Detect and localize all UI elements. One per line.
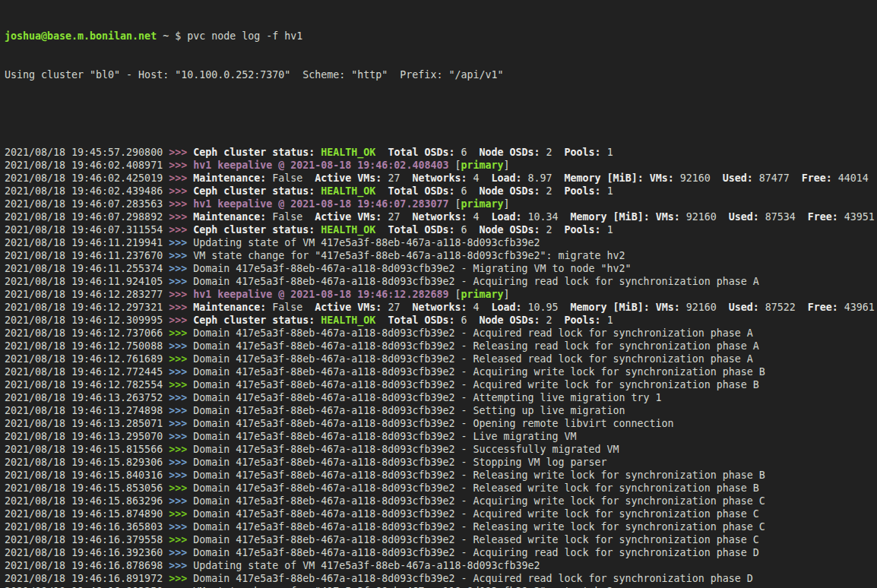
log-text-segment: Maintenance:	[193, 302, 272, 313]
log-text-segment: 2	[546, 185, 552, 197]
log-text-segment: Domain 417e5a3f-88eb-467a-a118-8d093cfb3…	[193, 495, 765, 507]
log-line: 2021/08/18 19:46:15.840316 >>> Domain 41…	[5, 469, 877, 482]
log-arrow-icon: >>>	[169, 263, 193, 274]
log-line: 2021/08/18 19:46:13.285071 >>> Domain 41…	[5, 417, 877, 430]
log-text-segment: Domain 417e5a3f-88eb-467a-a118-8d093cfb3…	[193, 327, 753, 339]
log-text-segment: Domain 417e5a3f-88eb-467a-a118-8d093cfb3…	[193, 469, 765, 481]
log-text-segment: Domain 417e5a3f-88eb-467a-a118-8d093cfb3…	[193, 547, 759, 558]
log-timestamp: 2021/08/18 19:46:15.829306	[5, 457, 169, 468]
log-text-segment: HEALTH_OK	[321, 185, 375, 197]
log-timestamp: 2021/08/18 19:46:02.425019	[5, 172, 169, 184]
log-line: 2021/08/18 19:46:12.782554 >>> Domain 41…	[5, 378, 877, 391]
log-text-segment: 44014	[838, 172, 869, 184]
log-text-segment: Node OSDs:	[467, 185, 546, 197]
log-timestamp: 2021/08/18 19:46:12.297321	[5, 302, 169, 313]
log-line: 2021/08/18 19:46:12.737066 >>> Domain 41…	[5, 327, 877, 340]
log-text-segment: HEALTH_OK	[321, 147, 375, 158]
log-line: 2021/08/18 19:46:11.219941 >>> Updating …	[5, 236, 877, 249]
log-text-segment: Pools:	[552, 224, 607, 236]
log-line: 2021/08/18 19:46:16.392360 >>> Domain 41…	[5, 546, 877, 559]
log-line: 2021/08/18 19:46:07.283563 >>> hv1 keepa…	[5, 198, 877, 210]
log-text-segment: Node OSDs:	[467, 147, 546, 158]
log-text-segment: 8.97	[528, 172, 552, 184]
log-arrow-icon: >>>	[169, 211, 193, 223]
log-text-segment: Active VMs:	[302, 302, 388, 313]
log-text-segment: 1	[607, 224, 613, 236]
log-line: 2021/08/18 19:46:12.750088 >>> Domain 41…	[5, 340, 877, 352]
log-arrow-icon: >>>	[169, 547, 193, 558]
log-text-segment: False	[272, 211, 302, 223]
log-text-segment: Free:	[796, 302, 844, 313]
log-timestamp: 2021/08/18 19:46:16.365803	[5, 521, 169, 533]
log-text-segment: Memory [MiB]: VMs:	[552, 172, 680, 184]
log-line: 2021/08/18 19:46:12.297321 >>> Maintenan…	[5, 301, 877, 314]
log-arrow-icon: >>>	[169, 508, 193, 520]
log-text-segment: hv1 keepalive @ 2021-08-18 19:46:02.4084…	[193, 160, 454, 171]
log-text-segment: hv1 keepalive @ 2021-08-18 19:46:07.2830…	[193, 198, 454, 210]
log-line: 2021/08/18 19:46:16.365803 >>> Domain 41…	[5, 520, 877, 533]
log-text-segment: Domain 417e5a3f-88eb-467a-a118-8d093cfb3…	[193, 276, 759, 287]
log-text-segment: Total OSDs:	[375, 315, 461, 326]
log-line: 2021/08/18 19:46:15.874890 >>> Domain 41…	[5, 507, 877, 520]
log-text-segment: 87477	[759, 172, 790, 184]
log-line: 2021/08/18 19:46:16.878698 >>> Updating …	[5, 559, 877, 572]
log-text-segment: Ceph cluster status:	[193, 224, 321, 236]
log-text-segment: Free:	[796, 211, 844, 223]
log-text-segment: Active VMs:	[302, 172, 388, 184]
log-text-segment: Total OSDs:	[375, 185, 461, 197]
log-timestamp: 2021/08/18 19:46:15.815566	[5, 444, 169, 455]
log-line: 2021/08/18 19:46:15.815566 >>> Domain 41…	[5, 443, 877, 456]
log-text-segment: Domain 417e5a3f-88eb-467a-a118-8d093cfb3…	[193, 431, 576, 442]
log-text-segment: False	[272, 172, 302, 184]
log-timestamp: 2021/08/18 19:46:12.761689	[5, 353, 169, 365]
log-text-segment: ]	[503, 289, 509, 300]
log-text-segment: Updating state of VM 417e5a3f-88eb-467a-…	[193, 560, 540, 571]
log-arrow-icon: >>>	[169, 147, 193, 158]
log-text-segment: 27	[388, 172, 400, 184]
log-arrow-icon: >>>	[169, 315, 193, 326]
log-text-segment: 2	[546, 147, 552, 158]
log-text-segment: Pools:	[552, 185, 607, 197]
log-text-segment: Updating state of VM 417e5a3f-88eb-467a-…	[193, 237, 540, 248]
log-text-segment: 2	[546, 224, 552, 236]
log-text-segment: HEALTH_OK	[321, 224, 375, 236]
log-arrow-icon: >>>	[169, 469, 193, 481]
log-timestamp: 2021/08/18 19:46:15.874890	[5, 508, 169, 520]
log-timestamp: 2021/08/18 19:46:13.295070	[5, 431, 169, 442]
log-text-segment: Domain 417e5a3f-88eb-467a-a118-8d093cfb3…	[193, 508, 759, 520]
log-timestamp: 2021/08/18 19:46:13.263752	[5, 392, 169, 403]
log-text-segment: ]	[503, 198, 509, 210]
log-text-segment: 1	[607, 315, 613, 326]
log-timestamp: 2021/08/18 19:46:15.840316	[5, 469, 169, 481]
log-text-segment: False	[272, 302, 302, 313]
log-lines: 2021/08/18 19:45:57.290800 >>> Ceph clus…	[5, 146, 877, 588]
log-text-segment: Ceph cluster status:	[193, 315, 321, 326]
log-text-segment: Active VMs:	[302, 211, 388, 223]
prompt-command: pvc node log -f hv1	[187, 30, 302, 42]
log-timestamp: 2021/08/18 19:46:12.737066	[5, 327, 169, 339]
log-arrow-icon: >>>	[169, 405, 193, 416]
log-text-segment: HEALTH_OK	[321, 315, 375, 326]
log-text-segment: Domain 417e5a3f-88eb-467a-a118-8d093cfb3…	[193, 353, 753, 365]
log-arrow-icon: >>>	[169, 160, 193, 171]
log-timestamp: 2021/08/18 19:46:12.283277	[5, 289, 169, 300]
log-text-segment: Domain 417e5a3f-88eb-467a-a118-8d093cfb3…	[193, 521, 765, 533]
log-timestamp: 2021/08/18 19:46:16.878698	[5, 560, 169, 571]
log-arrow-icon: >>>	[169, 237, 193, 248]
log-text-segment: Domain 417e5a3f-88eb-467a-a118-8d093cfb3…	[193, 418, 673, 429]
log-text-segment: Domain 417e5a3f-88eb-467a-a118-8d093cfb3…	[193, 457, 606, 468]
terminal-screen[interactable]: joshua@base.m.bonilan.net ~ $ pvc node l…	[0, 0, 877, 588]
log-text-segment: 92160	[680, 172, 711, 184]
log-text-segment: Free:	[790, 172, 838, 184]
log-line: 2021/08/18 19:46:02.408971 >>> hv1 keepa…	[5, 159, 877, 172]
log-text-segment: Used:	[711, 172, 759, 184]
log-text-segment: Ceph cluster status:	[193, 147, 321, 158]
log-text-segment: 87534	[765, 211, 796, 223]
log-line: 2021/08/18 19:46:15.863296 >>> Domain 41…	[5, 495, 877, 507]
log-arrow-icon: >>>	[169, 495, 193, 507]
log-line: 2021/08/18 19:46:13.274898 >>> Domain 41…	[5, 404, 877, 417]
log-text-segment: Memory [MiB]: VMs:	[559, 211, 686, 223]
log-line: 2021/08/18 19:46:15.853056 >>> Domain 41…	[5, 482, 877, 495]
log-line: 2021/08/18 19:46:12.772445 >>> Domain 41…	[5, 365, 877, 378]
log-text-segment: Networks:	[400, 211, 473, 223]
